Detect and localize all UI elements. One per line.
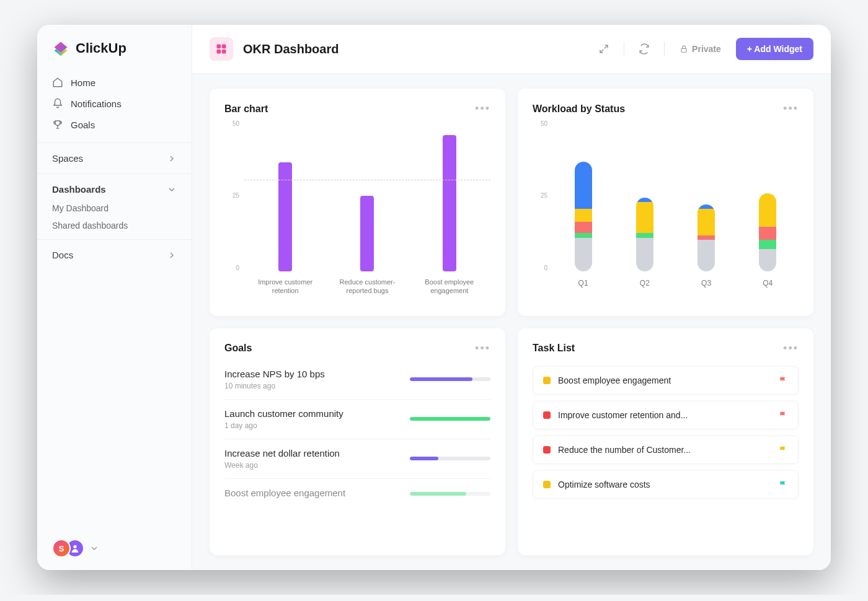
lock-icon bbox=[680, 45, 688, 53]
status-dot bbox=[543, 411, 551, 419]
sidebar-item-my-dashboard[interactable]: My Dashboard bbox=[52, 197, 177, 214]
x-axis-label: Q3 bbox=[679, 274, 733, 302]
progress-bar bbox=[410, 492, 490, 496]
goals-list: Increase NPS by 10 bps10 minutes agoLaun… bbox=[224, 360, 490, 509]
goal-row[interactable]: Boost employee engagement bbox=[224, 479, 490, 509]
dashboard-icon bbox=[210, 37, 233, 61]
x-axis-label: Reduce customer-reported bugs bbox=[330, 274, 404, 302]
card-menu-button[interactable]: ••• bbox=[475, 102, 490, 115]
refresh-button[interactable] bbox=[634, 39, 654, 59]
card-title: Workload by Status bbox=[533, 103, 625, 115]
card-menu-button[interactable]: ••• bbox=[783, 102, 799, 115]
goal-timestamp: 1 day ago bbox=[224, 421, 400, 430]
progress-bar bbox=[410, 417, 490, 421]
goal-label: Increase net dollar retention bbox=[224, 448, 400, 458]
svg-rect-1 bbox=[217, 45, 221, 49]
nav-label: Home bbox=[71, 77, 95, 88]
section-label: Dashboards bbox=[52, 184, 106, 195]
trophy-icon bbox=[52, 119, 63, 130]
nav-item-home[interactable]: Home bbox=[45, 72, 184, 93]
task-row[interactable]: Boost employee engagement bbox=[533, 366, 799, 395]
goal-label: Increase NPS by 10 bps bbox=[224, 369, 400, 379]
goal-timestamp: Week ago bbox=[224, 461, 400, 470]
refresh-icon bbox=[639, 43, 650, 55]
section-header-spaces[interactable]: Spaces bbox=[52, 151, 177, 166]
svg-point-0 bbox=[73, 545, 76, 548]
x-axis-label: Boost employee engagement bbox=[412, 274, 486, 302]
goal-timestamp: 10 minutes ago bbox=[224, 382, 400, 390]
status-dot bbox=[543, 446, 551, 454]
divider bbox=[624, 42, 624, 56]
flag-icon[interactable] bbox=[778, 445, 788, 455]
logo-icon bbox=[52, 40, 69, 57]
privacy-indicator[interactable]: Private bbox=[680, 44, 721, 54]
card-title: Task List bbox=[533, 343, 575, 354]
task-row[interactable]: Improve customer retention and... bbox=[533, 401, 799, 429]
add-widget-button[interactable]: + Add Widget bbox=[736, 38, 813, 60]
status-dot bbox=[543, 377, 551, 384]
tasks-list: Boost employee engagementImprove custome… bbox=[533, 360, 799, 499]
app-window: ClickUp Home Notifications Goals Spaces bbox=[37, 25, 831, 570]
progress-bar bbox=[410, 377, 490, 381]
section-label: Docs bbox=[52, 250, 73, 260]
svg-rect-4 bbox=[222, 50, 226, 54]
section-header-dashboards[interactable]: Dashboards bbox=[52, 182, 177, 197]
nav-label: Notifications bbox=[71, 99, 122, 109]
chevron-right-icon bbox=[167, 154, 177, 164]
bell-icon bbox=[52, 98, 63, 109]
home-icon bbox=[52, 77, 63, 88]
task-label: Boost employee engagement bbox=[558, 375, 771, 385]
dashboard-grid: Bar chart ••• 50250 Improve customer ret… bbox=[192, 74, 831, 570]
nav-label: Goals bbox=[71, 120, 95, 130]
divider bbox=[664, 42, 665, 56]
section-spaces: Spaces bbox=[37, 143, 192, 173]
logo[interactable]: ClickUp bbox=[37, 25, 192, 69]
sidebar-footer[interactable]: S bbox=[37, 529, 192, 570]
card-menu-button[interactable]: ••• bbox=[783, 342, 799, 355]
logo-text: ClickUp bbox=[76, 40, 126, 56]
section-label: Spaces bbox=[52, 153, 83, 164]
nav-item-goals[interactable]: Goals bbox=[45, 114, 184, 135]
nav-main: Home Notifications Goals bbox=[37, 69, 192, 143]
goal-row[interactable]: Launch customer community1 day ago bbox=[224, 400, 490, 439]
card-workload: Workload by Status ••• 50250 Q1Q2Q3Q4 bbox=[518, 89, 813, 316]
flag-icon[interactable] bbox=[778, 410, 788, 420]
avatar-user-1[interactable]: S bbox=[52, 539, 71, 558]
task-label: Improve customer retention and... bbox=[558, 410, 771, 420]
section-dashboards: Dashboards My Dashboard Shared dashboard… bbox=[37, 173, 192, 239]
card-bar-chart: Bar chart ••• 50250 Improve customer ret… bbox=[210, 89, 505, 316]
goal-label: Boost employee engagement bbox=[224, 488, 400, 498]
nav-item-notifications[interactable]: Notifications bbox=[45, 93, 184, 114]
workload-chart: 50250 Q1Q2Q3Q4 bbox=[533, 120, 799, 302]
task-row[interactable]: Optimize software costs bbox=[533, 470, 799, 499]
task-label: Optimize software costs bbox=[558, 480, 771, 489]
x-axis-label: Q2 bbox=[618, 274, 671, 302]
expand-button[interactable] bbox=[594, 39, 614, 59]
x-axis-label: Q4 bbox=[741, 274, 795, 302]
x-axis-label: Improve customer retention bbox=[249, 274, 322, 302]
section-header-docs[interactable]: Docs bbox=[52, 247, 177, 263]
card-title: Bar chart bbox=[224, 103, 268, 115]
task-label: Reduce the number of Customer... bbox=[558, 445, 771, 455]
content: OKR Dashboard Private + Add Widget Bar c… bbox=[192, 25, 831, 570]
chevron-right-icon bbox=[167, 250, 177, 260]
card-task-list: Task List ••• Boost employee engagementI… bbox=[518, 328, 813, 556]
flag-icon[interactable] bbox=[778, 480, 788, 489]
expand-icon bbox=[598, 43, 609, 55]
progress-bar bbox=[410, 457, 490, 460]
flag-icon[interactable] bbox=[778, 375, 788, 385]
svg-rect-5 bbox=[681, 48, 686, 52]
sidebar-item-shared-dashboards[interactable]: Shared dashboards bbox=[52, 214, 177, 232]
task-row[interactable]: Reduce the number of Customer... bbox=[533, 436, 799, 464]
goal-row[interactable]: Increase NPS by 10 bps10 minutes ago bbox=[224, 360, 490, 400]
privacy-label: Private bbox=[692, 44, 721, 54]
goal-row[interactable]: Increase net dollar retentionWeek ago bbox=[224, 439, 490, 479]
chevron-down-icon[interactable] bbox=[89, 543, 99, 553]
card-goals: Goals ••• Increase NPS by 10 bps10 minut… bbox=[210, 328, 505, 556]
chevron-down-icon bbox=[167, 185, 177, 195]
x-axis-label: Q1 bbox=[556, 274, 610, 302]
header: OKR Dashboard Private + Add Widget bbox=[192, 25, 831, 74]
bar-chart: 50250 Improve customer retentionReduce c… bbox=[224, 120, 490, 302]
card-menu-button[interactable]: ••• bbox=[475, 342, 490, 355]
page-title: OKR Dashboard bbox=[243, 42, 584, 56]
